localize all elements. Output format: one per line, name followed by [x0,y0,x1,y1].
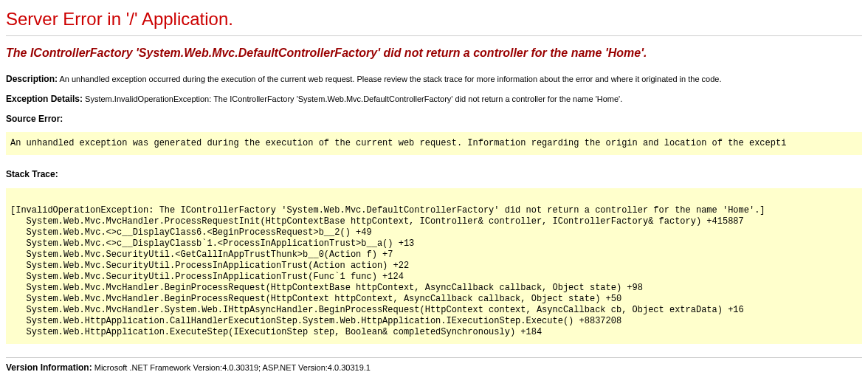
description-label: Description: [6,74,58,84]
version-section: Version Information: Microsoft .NET Fram… [6,362,862,372]
divider [6,35,862,36]
page-title: Server Error in '/' Application. [6,9,862,30]
stack-trace-code: [InvalidOperationException: The IControl… [6,188,862,344]
exception-details-label: Exception Details: [6,94,83,104]
source-error-code: An unhandled exception was generated dur… [6,132,862,155]
stack-trace-section: Stack Trace: [6,168,862,181]
description-text: An unhandled exception occurred during t… [59,75,721,83]
divider-bottom [6,357,862,358]
source-error-label: Source Error: [6,114,63,124]
source-error-section: Source Error: [6,113,862,125]
exception-details-text: System.InvalidOperationException: The IC… [85,94,622,103]
version-label: Version Information: [6,362,92,372]
description-section: Description: An unhandled exception occu… [6,73,862,86]
exception-details-section: Exception Details: System.InvalidOperati… [6,93,862,106]
version-text: Microsoft .NET Framework Version:4.0.303… [94,363,371,372]
exception-message: The IControllerFactory 'System.Web.Mvc.D… [6,46,862,60]
stack-trace-label: Stack Trace: [6,169,58,179]
